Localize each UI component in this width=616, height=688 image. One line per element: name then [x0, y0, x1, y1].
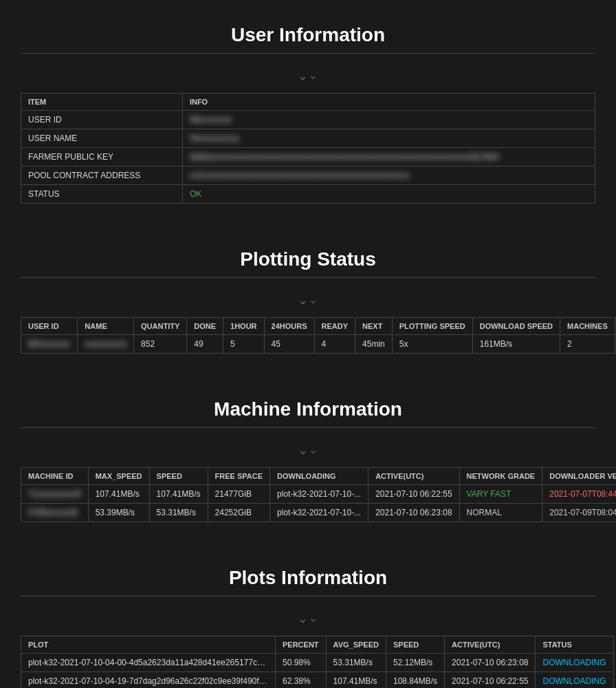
machine-divider: ⌄	[21, 442, 595, 457]
col-header: MACHINES	[560, 318, 615, 335]
user-information-section: User Information ⌄ ITEM INFO USER ID98xx…	[0, 0, 616, 224]
col-info: INFO	[182, 94, 595, 111]
col-item: ITEM	[21, 94, 183, 111]
col-header: ACTIVE(UTC)	[368, 468, 459, 485]
table-cell: 2021-07-10 06:23:08	[368, 504, 459, 522]
table-cell: 45min	[355, 335, 393, 354]
machine-info-title: Machine Information	[21, 388, 595, 424]
plotting-status-title: Plotting Status	[21, 238, 595, 274]
user-item-info: xch1xxxxxxxxxxxxxxxxxxxxxxxxxxxxxxxxxxxx…	[182, 166, 595, 185]
col-header: USER ID	[21, 318, 78, 335]
col-header: PLOT	[21, 636, 276, 654]
col-header: READY	[314, 318, 355, 335]
table-row: plot-k32-2021-07-10-04-00-4d5a2623da11a4…	[21, 654, 614, 672]
table-cell: NORMAL	[459, 504, 542, 522]
plotting-divider: ⌄	[21, 292, 595, 307]
table-cell: plot-k32-2021-07-10-04-00-4d5a2623da11a4…	[21, 654, 276, 672]
col-header: AVG_SPEED	[326, 636, 386, 654]
table-cell: 2021-07-10 06:23:08	[445, 654, 536, 672]
machine-information-section: Machine Information ⌄ MACHINE IDMAX_SPEE…	[0, 374, 616, 543]
table-cell: 2021-07-10 06:22:55	[368, 485, 459, 504]
table-row: USER ID98xxxxxxxx	[21, 111, 595, 129]
table-cell: 24252GiB	[208, 504, 270, 522]
table-cell: plot-k32-2021-07-10-...	[270, 485, 368, 504]
table-cell: 2021-07-09T08:04:20	[542, 504, 616, 522]
table-cell: xxxxxxxxca	[78, 335, 134, 354]
table-cell: plot-k32-2021-07-10-04-19-7d7dag2d96a26c…	[21, 672, 276, 689]
col-header: MAX_SPEED	[88, 468, 149, 485]
col-header: DONE	[187, 318, 223, 335]
table-cell: 50.98%	[276, 654, 327, 672]
table-cell: 5768xxxxxxfe	[21, 504, 89, 522]
col-header: PERCENT	[276, 636, 327, 654]
table-cell: 53.39MB/s	[88, 504, 149, 522]
user-info-table: ITEM INFO USER ID98xxxxxxxxUSER NAMEDixx…	[21, 93, 595, 204]
col-header: QUANTITY	[134, 318, 187, 335]
table-cell: plot-k32-2021-07-10-...	[270, 504, 368, 522]
col-header: DOWNLOADER VERSION	[542, 468, 616, 485]
plots-information-section: Plots Information ⌄ PLOTPERCENTAVG_SPEED…	[0, 543, 616, 688]
col-header: NEXT	[355, 318, 393, 335]
table-cell: 108.84MB/s	[386, 672, 445, 689]
table-cell: VARY FAST	[459, 485, 542, 504]
plots-divider: ⌄	[21, 610, 595, 625]
plotting-status-table: USER IDNAMEQUANTITYDONE1HOUR24HOURSREADY…	[21, 317, 616, 354]
user-item-label: USER NAME	[21, 129, 183, 148]
user-item-info: OK	[182, 185, 595, 204]
col-header: SPEED	[386, 636, 445, 654]
table-cell: 107.41MB/s	[149, 485, 208, 504]
table-cell: 53.31MB/s	[149, 504, 208, 522]
col-header: DOWNLOADING	[270, 468, 368, 485]
table-cell: 52.12MB/s	[386, 654, 445, 672]
table-cell: 7cxxxxxxxxx4f	[21, 485, 89, 504]
table-cell: 107.41MB/s	[326, 672, 386, 689]
user-info-divider: ⌄	[21, 67, 595, 83]
table-cell: 62.38%	[276, 672, 327, 689]
table-row: 98xxxxxxxxxxxxxxxxca85249545445min5x161M…	[21, 335, 617, 354]
user-item-label: STATUS	[21, 185, 183, 204]
col-header: 24HOURS	[264, 318, 314, 335]
col-header: FREE SPACE	[208, 468, 270, 485]
table-row: FARMER PUBLIC KEY8abbxxxxxxxxxxxxxxxxxxx…	[21, 148, 595, 166]
table-row: STATUSOK	[21, 185, 595, 204]
table-cell: 2	[560, 335, 615, 354]
table-cell: 2021-07-07T08:44:11	[542, 485, 616, 504]
user-item-info: 8abbxxxxxxxxxxxxxxxxxxxxxxxxxxxxxxxxxxxx…	[182, 148, 595, 166]
table-cell: DOWNLOADING	[536, 672, 613, 689]
col-header: MACHINE ID	[21, 468, 89, 485]
table-cell: 4	[314, 335, 355, 354]
col-header: ACTIVE(UTC)	[445, 636, 536, 654]
user-item-label: FARMER PUBLIC KEY	[21, 148, 183, 166]
col-header: NAME	[78, 318, 134, 335]
user-item-label: USER ID	[21, 111, 183, 129]
col-header: PLOTTING SPEED	[392, 318, 472, 335]
table-cell: DOWNLOADING	[536, 654, 613, 672]
table-cell: 107.41MB/s	[88, 485, 149, 504]
table-cell: 852	[134, 335, 187, 354]
table-cell: 49	[187, 335, 223, 354]
table-row: USER NAMEDixxxxxxxxca	[21, 129, 595, 148]
plotting-status-section: Plotting Status ⌄ USER IDNAMEQUANTITYDON…	[0, 224, 616, 374]
col-header: 1HOUR	[223, 318, 265, 335]
user-item-label: POOL CONTRACT ADDRESS	[21, 166, 183, 185]
table-cell: 5	[223, 335, 265, 354]
user-item-info: Dixxxxxxxxca	[182, 129, 595, 148]
plots-info-table: PLOTPERCENTAVG_SPEEDSPEEDACTIVE(UTC)STAT…	[21, 636, 614, 688]
table-row: 5768xxxxxxfe53.39MB/s53.31MB/s24252GiBpl…	[21, 504, 617, 522]
table-cell: 21477GiB	[208, 485, 270, 504]
machine-info-table: MACHINE IDMAX_SPEEDSPEEDFREE SPACEDOWNLO…	[21, 467, 616, 522]
plots-info-title: Plots Information	[21, 557, 595, 592]
col-header: DOWNLOAD SPEED	[472, 318, 560, 335]
table-cell: 2021-07-10 06:22:55	[445, 672, 536, 689]
user-info-title: User Information	[21, 14, 595, 50]
table-cell: 53.31MB/s	[326, 654, 386, 672]
col-header: SPEED	[149, 468, 208, 485]
table-row: plot-k32-2021-07-10-04-19-7d7dag2d96a26c…	[21, 672, 614, 689]
table-cell: 161MB/s	[472, 335, 560, 354]
col-header: STATUS	[536, 636, 613, 654]
table-cell: 5x	[392, 335, 472, 354]
table-cell: 45	[264, 335, 314, 354]
table-row: POOL CONTRACT ADDRESSxch1xxxxxxxxxxxxxxx…	[21, 166, 595, 185]
table-cell: 98xxxxxxxx	[21, 335, 78, 354]
user-item-info: 98xxxxxxxx	[182, 111, 595, 129]
